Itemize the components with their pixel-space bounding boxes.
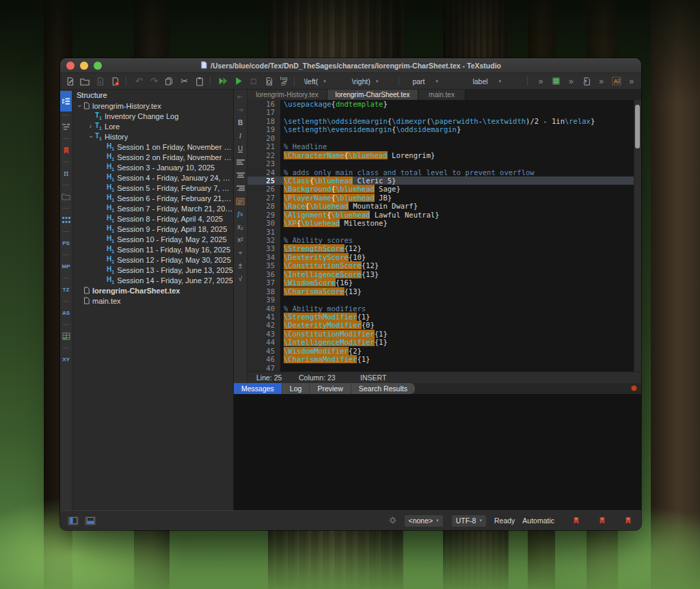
plus-minus-icon[interactable]: ± <box>234 261 246 272</box>
code-line[interactable]: 47 <box>247 364 641 371</box>
spell-language-dropdown[interactable]: <none> ▾ <box>404 514 444 527</box>
code-line[interactable]: 35\ConstitutionScore{12} <box>247 261 641 270</box>
compile-icon[interactable] <box>231 75 246 88</box>
panel-tab-preview[interactable]: Preview <box>310 383 351 394</box>
structure-item[interactable]: ›H1Session 8 - Friday, April 4, 2025 <box>72 213 233 224</box>
structure-item[interactable]: ›H1Session 14 - Friday, June 27, 2025 <box>72 275 233 285</box>
right-delimiter-dropdown[interactable]: \right)▾ <box>348 75 396 88</box>
align-right-icon[interactable] <box>234 183 246 194</box>
current-code-line[interactable]: 25\Class{\bluehead Cleric 5} <box>247 176 641 185</box>
structure-item[interactable]: ›H1Session 5 - Friday, February 7, 2025 <box>72 183 233 193</box>
panel-tab-log[interactable]: Log <box>282 383 310 394</box>
overflow-chevron-icon[interactable]: » <box>533 75 548 88</box>
code-line[interactable]: 34\DexterityScore{10} <box>247 253 641 261</box>
structure-item[interactable]: ›H1Session 3 - January 10, 2025 <box>72 162 233 172</box>
build-and-view-icon[interactable] <box>216 75 231 88</box>
open-files-panel-icon[interactable] <box>60 189 72 205</box>
code-editor[interactable]: 16\usepackage{dndtemplate}1718\setlength… <box>247 100 641 371</box>
table-panel-icon[interactable] <box>60 328 72 344</box>
toggle-side-panel-button[interactable] <box>67 516 79 526</box>
tikz-panel-icon[interactable]: TZ <box>60 282 72 298</box>
save-icon[interactable] <box>92 75 107 88</box>
code-line[interactable]: 45\WisdomModifier{2} <box>247 347 641 355</box>
redo-icon[interactable]: ↷ <box>146 75 161 88</box>
document-outline-icon[interactable] <box>60 119 72 135</box>
overflow-chevron-icon[interactable]: » <box>624 75 639 88</box>
structure-item[interactable]: ›T1Inventory Change Log <box>72 111 233 121</box>
bookmarks-panel-icon[interactable] <box>60 142 72 158</box>
open-file-icon[interactable] <box>77 75 92 88</box>
sectioning-dropdown[interactable]: part▾ <box>404 75 464 88</box>
align-left-icon[interactable] <box>234 157 246 168</box>
fraction-icon[interactable]: ÷ <box>234 248 246 259</box>
structure-item[interactable]: ›T1History <box>72 131 233 142</box>
code-line[interactable]: 36\IntelligenceScore{13} <box>247 270 641 278</box>
xypic-panel-icon[interactable]: XY <box>60 352 72 367</box>
editor-tab-lorengrim-charsheet-tex[interactable]: lorengrim-CharSheet.tex <box>327 90 418 100</box>
copy-icon[interactable] <box>161 75 176 88</box>
math-function-icon[interactable]: fx <box>234 209 246 220</box>
structure-item[interactable]: ›T1Lore <box>72 121 233 131</box>
expander-open-icon[interactable]: › <box>76 101 83 110</box>
structure-item[interactable]: ›H1Session 1 on Friday, November 1, 20..… <box>72 142 233 152</box>
paste-document-icon[interactable] <box>578 75 593 88</box>
line-ending-status[interactable]: Automatic <box>522 516 554 525</box>
stop-icon[interactable] <box>246 75 261 88</box>
undo-icon[interactable]: ↶ <box>131 75 146 88</box>
code-line[interactable]: 17 <box>247 108 641 116</box>
code-line[interactable]: 32% Ability scores <box>247 236 641 244</box>
editor-scrollbar-thumb[interactable] <box>635 105 640 148</box>
code-line[interactable]: 16\usepackage{dndtemplate} <box>247 100 641 108</box>
indent-icon[interactable]: ⇤ <box>234 92 246 103</box>
italic-icon[interactable]: I <box>234 131 246 142</box>
panel-tab-messages[interactable]: Messages <box>234 383 282 394</box>
pstricks-panel-icon[interactable]: PS <box>60 235 72 251</box>
code-line[interactable]: 33\StrengthScore{12} <box>247 244 641 252</box>
structure-item[interactable]: ›H1Session 10 - Friday, May 2, 2025 <box>72 234 233 244</box>
code-line[interactable]: 44\IntelligenceModifier{1} <box>247 338 641 346</box>
bold-icon[interactable]: B <box>234 118 246 129</box>
expander-open-icon[interactable]: › <box>88 132 94 141</box>
structure-item[interactable]: ›lorengrim-CharSheet.tex <box>72 285 233 296</box>
bookmark-icon[interactable] <box>625 516 632 525</box>
structure-item[interactable]: ›H1Session 7 - Friday, March 21, 2025 <box>72 203 233 213</box>
overflow-chevron-icon[interactable]: » <box>594 75 609 88</box>
structure-item[interactable]: ›lorengrim-History.tex <box>72 101 233 111</box>
close-window-button[interactable] <box>66 62 75 70</box>
paste-icon[interactable] <box>192 75 207 88</box>
unindent-icon[interactable]: ⇥ <box>234 105 246 116</box>
code-line[interactable]: 24% adds only main class and total level… <box>247 168 641 176</box>
format-text-icon[interactable]: A <box>609 75 624 88</box>
structure-item[interactable]: ›H1Session 13 - Friday, June 13, 2025 <box>72 265 233 275</box>
structure-item[interactable]: ›H1Session 11 - Friday, May 16, 2025 <box>72 244 233 254</box>
structure-item[interactable]: ›H1Session 12 - Friday, May 30, 2025 <box>72 254 233 265</box>
panel-tab-search-results[interactable]: Search Results <box>351 383 415 394</box>
editor-tab-main-tex[interactable]: main.tex <box>418 90 466 100</box>
error-indicator-icon[interactable] <box>631 385 637 391</box>
code-line[interactable]: 46\CharismaModifier{1} <box>247 355 641 363</box>
structure-item[interactable]: ›H1Session 4 - Friday, January 24, 2025 <box>72 172 233 183</box>
view-log-icon[interactable]: log🗗 <box>276 75 291 88</box>
code-line[interactable]: 38\CharismaScore{13} <box>247 287 641 296</box>
code-line[interactable]: 23 <box>247 159 641 168</box>
bookmark-icon[interactable] <box>599 516 606 525</box>
code-line[interactable]: 37\WisdomScore{16} <box>247 278 641 287</box>
code-line[interactable]: 26\Background{\bluehead Sage} <box>247 185 641 193</box>
textbox-icon[interactable] <box>234 196 246 207</box>
bookmark-icon[interactable] <box>573 516 580 525</box>
structure-item[interactable]: ›main.tex <box>72 296 233 306</box>
table-wizard-icon[interactable] <box>548 75 563 88</box>
symbols-panel-icon[interactable]: π <box>60 166 72 181</box>
asymptote-panel-icon[interactable]: AS <box>60 305 72 321</box>
spell-settings-icon[interactable] <box>389 516 396 525</box>
metapost-panel-icon[interactable]: MP <box>60 259 72 274</box>
code-line[interactable]: 28\Race{\bluehead Mountain Dwarf} <box>247 202 641 210</box>
superscript-icon[interactable]: x² <box>234 235 246 246</box>
close-document-icon[interactable] <box>107 75 122 88</box>
toggle-bottom-panel-button[interactable] <box>84 516 96 526</box>
code-line[interactable]: 31 <box>247 228 641 236</box>
structure-item[interactable]: ›H1Session 9 - Friday, April 18, 2025 <box>72 224 233 234</box>
code-line[interactable]: 21% Headline <box>247 142 641 150</box>
zoom-window-button[interactable] <box>94 62 102 70</box>
underline-icon[interactable]: U <box>234 144 246 155</box>
